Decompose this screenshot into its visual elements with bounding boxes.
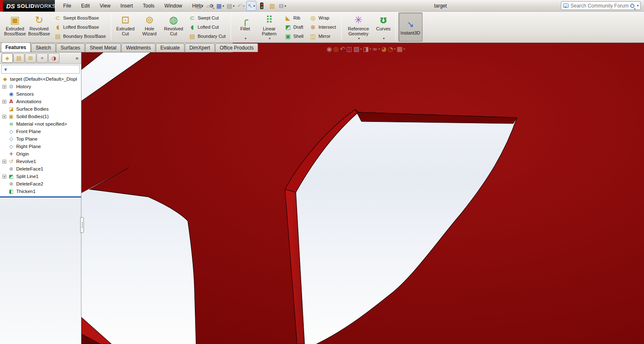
performance-button[interactable]: [257, 1, 267, 11]
propertymanager-tab[interactable]: ▤: [13, 53, 25, 63]
tree-item-thicken1[interactable]: ◧ Thicken1: [0, 188, 81, 195]
tree-item-solid-bodies[interactable]: + ▣ Solid Bodies(1): [0, 113, 81, 120]
dropdown-caret[interactable]: ▾: [223, 4, 224, 8]
dropdown-caret[interactable]: ▾: [360, 47, 362, 51]
tree-item-history[interactable]: + ⊙ History: [0, 83, 81, 90]
tree-filter-bar[interactable]: ▼: [1, 65, 80, 74]
lofted-cut-button[interactable]: ◖ Lofted Cut: [187, 23, 228, 32]
search-dropdown-caret[interactable]: ▾: [637, 4, 639, 7]
shell-button[interactable]: ▣ Shell: [282, 32, 305, 41]
boundary-cut-button[interactable]: ▤ Boundary Cut: [187, 32, 228, 41]
expand-toggle[interactable]: +: [2, 100, 6, 104]
menu-edit[interactable]: Edit: [76, 0, 95, 12]
lofted-boss-base-button[interactable]: ◖ Lofted Boss/Base: [52, 23, 108, 32]
curves-button[interactable]: ʊ Curves ▾: [374, 12, 393, 42]
previous-view-button[interactable]: ↶: [340, 46, 345, 52]
apply-scene-button[interactable]: ◔▾: [388, 46, 396, 52]
linear-pattern-button[interactable]: ⠿ Linear Pattern ▾: [257, 12, 281, 42]
tree-item-split-line1[interactable]: + ◩ Split Line1: [0, 173, 81, 180]
tab-sheet-metal[interactable]: Sheet Metal: [85, 43, 121, 52]
view-settings-button[interactable]: ▦▾: [397, 46, 405, 52]
edit-appearance-button[interactable]: ◕: [381, 46, 386, 52]
rib-button[interactable]: ◣ Rib: [282, 14, 305, 22]
tree-item-right-plane[interactable]: ◇ Right Plane: [0, 143, 81, 150]
dropdown-caret[interactable]: ▾: [245, 37, 246, 40]
tree-item-target[interactable]: ◆ target (Default<<Default>_Displ: [0, 75, 81, 83]
menu-window[interactable]: Window: [160, 0, 187, 12]
instant3d-toggle[interactable]: ↘ Instant3D: [398, 12, 423, 42]
boundary-boss-base-button[interactable]: ▤ Boundary Boss/Base: [52, 32, 108, 41]
tree-item-revolve1[interactable]: + ↺ Revolve1: [0, 158, 81, 165]
expand-toggle[interactable]: +: [2, 175, 6, 178]
tree-item-surface-bodies[interactable]: ◪ Surface Bodies: [0, 105, 81, 113]
tab-evaluate[interactable]: Evaluate: [156, 43, 184, 52]
tree-item-deleteface2[interactable]: ⊗ DeleteFace2: [0, 180, 81, 188]
tab-dimxpert[interactable]: DimXpert: [185, 43, 215, 52]
expand-toggle[interactable]: +: [2, 160, 6, 163]
featuremanager-tab[interactable]: ◈: [2, 53, 13, 63]
hole-wizard-button[interactable]: ⊚ Hole Wizard: [138, 12, 162, 42]
extruded-cut-button[interactable]: ⊡ Extruded Cut: [113, 12, 138, 42]
tree-item-material[interactable]: ≡ Material <not specified>: [0, 120, 81, 128]
menu-insert[interactable]: Insert: [116, 0, 138, 12]
displaymanager-tab[interactable]: ◑: [48, 53, 59, 63]
dropdown-caret[interactable]: ▾: [233, 4, 235, 8]
model-canvas[interactable]: [81, 43, 644, 344]
mirror-button[interactable]: ◫ Mirror: [307, 32, 338, 41]
options-button[interactable]: ⊟▾: [278, 1, 288, 11]
save-button[interactable]: ▦▾: [215, 1, 225, 11]
tree-item-deleteface1[interactable]: ⊗ DeleteFace1: [0, 165, 81, 173]
undo-button[interactable]: ↶▾: [236, 1, 246, 11]
display-style-button[interactable]: ◨▾: [363, 46, 371, 52]
dropdown-caret[interactable]: ▾: [269, 37, 270, 40]
search-icon[interactable]: [630, 4, 634, 8]
file-properties-button[interactable]: ▥: [267, 1, 277, 11]
tab-weldments[interactable]: Weldments: [121, 43, 155, 52]
dropdown-caret[interactable]: ▾: [403, 47, 405, 51]
tab-office-products[interactable]: Office Products: [215, 43, 258, 52]
dropdown-caret[interactable]: ▾: [370, 47, 371, 51]
extruded-boss-base-button[interactable]: ▣ Extruded Boss/Base: [3, 12, 27, 42]
panel-expand-chevron[interactable]: »: [74, 55, 80, 61]
dropdown-caret[interactable]: ▾: [394, 47, 396, 51]
expand-toggle[interactable]: +: [2, 85, 6, 89]
reference-geometry-button[interactable]: ✳ Reference Geometry ▾: [344, 12, 374, 42]
panel-splitter-handle[interactable]: [80, 217, 84, 233]
intersect-button[interactable]: ⊗ Intersect: [307, 23, 338, 32]
dropdown-caret[interactable]: ▾: [285, 4, 286, 8]
tree-item-sensors[interactable]: ◉ Sensors: [0, 90, 81, 98]
dropdown-caret[interactable]: ▾: [383, 37, 385, 40]
search-input[interactable]: [570, 3, 629, 9]
select-button[interactable]: ↖▾: [246, 1, 256, 11]
tree-item-origin[interactable]: + Origin: [0, 150, 81, 158]
draft-button[interactable]: ◩ Draft: [282, 23, 305, 32]
tree-item-top-plane[interactable]: ◇ Top Plane: [0, 135, 81, 143]
dropdown-caret[interactable]: ▾: [253, 4, 255, 8]
swept-boss-base-button[interactable]: ⊂ Swept Boss/Base: [52, 14, 108, 22]
tab-sketch[interactable]: Sketch: [31, 43, 56, 52]
dimxpertmanager-tab[interactable]: ⌖: [37, 53, 48, 63]
print-button[interactable]: ▤▾: [226, 1, 236, 11]
dropdown-caret[interactable]: ▾: [211, 4, 213, 8]
expand-toggle[interactable]: +: [2, 115, 6, 119]
zoom-to-area-button[interactable]: ◎: [333, 46, 339, 52]
wrap-button[interactable]: ◎ Wrap: [307, 14, 338, 22]
zoom-fit-button[interactable]: ◉: [327, 46, 332, 52]
tree-item-front-plane[interactable]: ◇ Front Plane: [0, 128, 81, 135]
revolved-boss-base-button[interactable]: ↻ Revolved Boss/Base: [27, 12, 51, 42]
new-document-button[interactable]: ▢▾: [194, 1, 204, 11]
view-orientation-button[interactable]: ▧▾: [354, 46, 362, 52]
tab-features[interactable]: Features: [1, 42, 31, 52]
dropdown-caret[interactable]: ▾: [358, 37, 360, 40]
fillet-button[interactable]: ╭ Fillet ▾: [233, 12, 257, 42]
menu-tools[interactable]: Tools: [138, 0, 160, 12]
tree-item-annotations[interactable]: + A Annotations: [0, 98, 81, 105]
section-view-button[interactable]: ◫: [347, 46, 352, 52]
dropdown-caret[interactable]: ▾: [202, 4, 204, 8]
hide-show-items-button[interactable]: ∞▾: [372, 46, 380, 52]
menu-file[interactable]: File: [58, 0, 76, 12]
revolved-cut-button[interactable]: ◍ Revolved Cut: [162, 12, 186, 42]
tab-surfaces[interactable]: Surfaces: [56, 43, 85, 52]
dropdown-caret[interactable]: ▾: [379, 47, 380, 51]
swept-cut-button[interactable]: ⊂ Swept Cut: [187, 14, 228, 22]
